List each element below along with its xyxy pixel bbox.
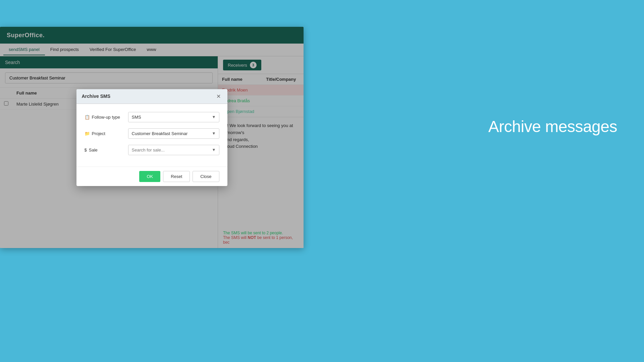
archive-messages-text: Archive messages [488,117,617,136]
sale-row: $ Sale ▼ [85,145,219,155]
followup-row: 📋 Follow-up type SMS ▼ [85,112,219,122]
archive-sms-modal: Archive SMS ✕ 📋 Follow-up type SMS ▼ [76,89,227,186]
followup-label: 📋 Follow-up type [85,115,128,120]
sale-input[interactable] [128,145,219,155]
modal-header: Archive SMS ✕ [76,89,227,104]
project-select[interactable]: Customer Breakfast Seminar [128,128,219,139]
project-control: Customer Breakfast Seminar ▼ [128,128,219,139]
reset-button[interactable]: Reset [163,171,190,182]
modal-body: 📋 Follow-up type SMS ▼ 📁 Project [76,104,227,167]
followup-icon: 📋 [85,115,90,120]
followup-control: SMS ▼ [128,112,219,122]
followup-select[interactable]: SMS [128,112,219,122]
followup-label-text: Follow-up type [92,115,120,120]
project-icon: 📁 [85,131,90,136]
close-button[interactable]: Close [193,171,219,182]
project-row: 📁 Project Customer Breakfast Seminar ▼ [85,128,219,139]
modal-overlay: Archive SMS ✕ 📋 Follow-up type SMS ▼ [0,27,304,248]
modal-footer: OK Reset Close [76,167,227,186]
sale-control: ▼ [128,145,219,155]
project-label: 📁 Project [85,131,128,136]
ok-button[interactable]: OK [139,171,160,182]
app-window: SuperOffice. sendSMS panel Find prospect… [0,27,304,248]
sale-label-text: Sale [89,147,98,153]
modal-close-button[interactable]: ✕ [215,93,222,100]
sale-icon: $ [85,147,87,153]
modal-title: Archive SMS [82,94,111,99]
project-label-text: Project [92,131,105,136]
sale-label: $ Sale [85,147,128,153]
